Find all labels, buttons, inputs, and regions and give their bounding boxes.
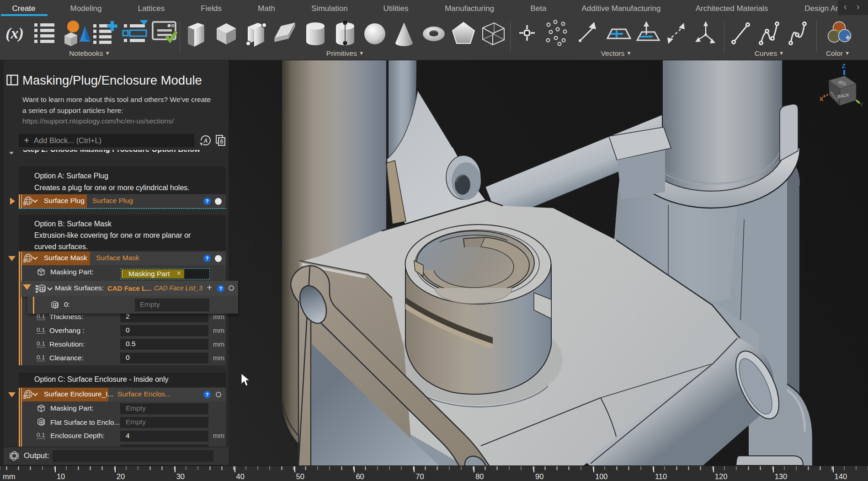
svg-text:Y: Y [860, 101, 864, 108]
svg-text:6: 6 [220, 139, 224, 145]
svg-text:X: X [820, 96, 824, 102]
svg-text:Z: Z [842, 63, 846, 69]
svg-text:A: A [203, 138, 208, 144]
svg-text:(x): (x) [5, 25, 24, 42]
